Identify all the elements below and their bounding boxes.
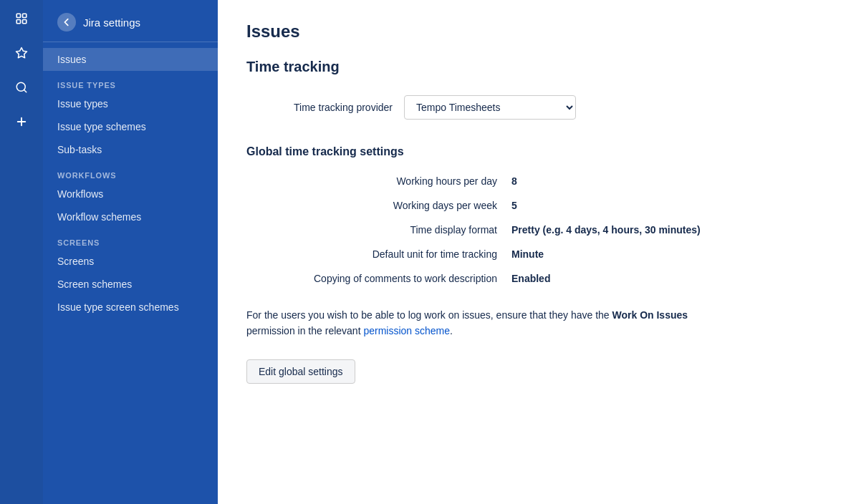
- global-settings-title: Global time tracking settings: [246, 145, 812, 158]
- sidebar-item-issue-type-screen-schemes[interactable]: Issue type screen schemes: [43, 296, 218, 319]
- settings-label-3: Default unit for time tracking: [246, 248, 511, 260]
- search-icon[interactable]: [11, 77, 32, 97]
- settings-grid: Working hours per day 8 Working days per…: [246, 175, 777, 284]
- sidebar-item-screens[interactable]: Screens: [43, 250, 218, 273]
- settings-value-0: 8: [511, 175, 777, 187]
- svg-marker-4: [16, 48, 27, 58]
- settings-value-1: 5: [511, 200, 777, 211]
- svg-rect-0: [16, 14, 20, 17]
- screens-category: SCREENS: [43, 228, 218, 250]
- section-title: Time tracking: [246, 59, 812, 75]
- note-text: For the users you wish to be able to log…: [246, 307, 734, 339]
- note-bold: Work On Issues: [612, 309, 688, 321]
- main-content: Issues Time tracking Time tracking provi…: [218, 0, 841, 504]
- sidebar-title: Jira settings: [83, 16, 140, 29]
- sidebar-item-screen-schemes[interactable]: Screen schemes: [43, 273, 218, 296]
- svg-rect-3: [23, 20, 27, 24]
- note-suffix: .: [450, 325, 453, 336]
- workflows-category: WORKFLOWS: [43, 161, 218, 183]
- settings-value-3: Minute: [511, 248, 777, 260]
- settings-label-2: Time display format: [246, 224, 511, 236]
- note-middle: permission in the relevant: [246, 325, 363, 336]
- back-button[interactable]: [57, 13, 76, 32]
- svg-rect-1: [23, 14, 27, 17]
- sidebar-item-issues[interactable]: Issues: [43, 48, 218, 71]
- sidebar-item-sub-tasks[interactable]: Sub-tasks: [43, 138, 218, 161]
- sidebar-item-issue-type-schemes[interactable]: Issue type schemes: [43, 115, 218, 138]
- settings-value-2: Pretty (e.g. 4 days, 4 hours, 30 minutes…: [511, 224, 777, 236]
- sidebar-item-workflows[interactable]: Workflows: [43, 183, 218, 205]
- svg-line-6: [24, 89, 26, 92]
- provider-row: Time tracking provider Tempo Timesheets: [246, 95, 812, 120]
- star-icon[interactable]: [11, 43, 32, 63]
- app-logo-icon[interactable]: [11, 9, 32, 29]
- issue-types-category: ISSUE TYPES: [43, 71, 218, 92]
- icon-rail: [0, 0, 43, 504]
- settings-label-1: Working days per week: [246, 200, 511, 211]
- provider-label: Time tracking provider: [246, 102, 404, 113]
- sidebar-header: Jira settings: [43, 0, 218, 42]
- svg-rect-2: [16, 20, 20, 24]
- settings-label-0: Working hours per day: [246, 175, 511, 187]
- settings-label-4: Copying of comments to work description: [246, 273, 511, 284]
- plus-icon[interactable]: [11, 112, 32, 132]
- edit-global-settings-button[interactable]: Edit global settings: [246, 359, 355, 384]
- sidebar-item-workflow-schemes[interactable]: Workflow schemes: [43, 205, 218, 228]
- provider-select[interactable]: Tempo Timesheets: [404, 95, 576, 120]
- settings-value-4: Enabled: [511, 273, 777, 284]
- note-prefix: For the users you wish to be able to log…: [246, 309, 612, 321]
- sidebar: Jira settings Issues ISSUE TYPES Issue t…: [43, 0, 218, 504]
- permission-scheme-link[interactable]: permission scheme: [363, 325, 450, 336]
- page-title: Issues: [246, 21, 812, 42]
- sidebar-item-issue-types[interactable]: Issue types: [43, 92, 218, 115]
